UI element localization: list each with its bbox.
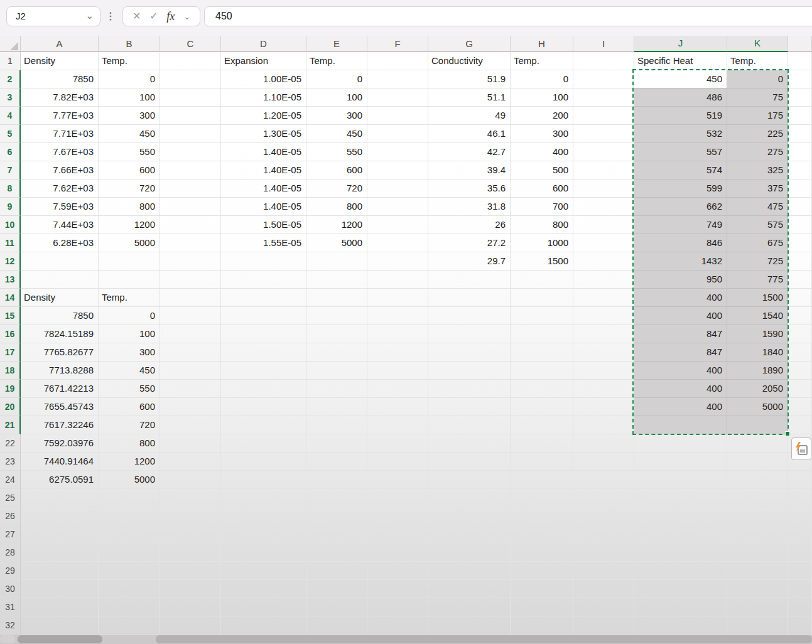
- cell-A6[interactable]: 7.67E+03: [21, 143, 99, 161]
- cell-G5[interactable]: 46.1: [428, 125, 511, 143]
- cell-D26[interactable]: [221, 507, 306, 525]
- cell-B28[interactable]: [99, 544, 160, 562]
- cell-overflow25[interactable]: [788, 489, 812, 507]
- cell-K29[interactable]: [727, 562, 788, 580]
- row-header-30[interactable]: 30: [0, 580, 21, 598]
- cell-B32[interactable]: [99, 616, 160, 635]
- cell-A4[interactable]: 7.77E+03: [21, 107, 99, 125]
- row-header-21[interactable]: 21: [0, 416, 21, 434]
- cell-J12[interactable]: 1432: [634, 252, 727, 271]
- cell-C6[interactable]: [160, 143, 221, 161]
- cell-A27[interactable]: [21, 525, 99, 544]
- cell-D19[interactable]: [221, 380, 306, 398]
- cell-C12[interactable]: [160, 252, 221, 271]
- cell-F31[interactable]: [367, 598, 428, 616]
- cell-D23[interactable]: [221, 453, 306, 471]
- cell-overflow16[interactable]: [788, 325, 812, 343]
- cell-B3[interactable]: 100: [99, 89, 160, 107]
- cell-A2[interactable]: 7850: [21, 70, 99, 89]
- cell-I20[interactable]: [573, 398, 634, 416]
- cell-J32[interactable]: [634, 616, 727, 635]
- cell-A32[interactable]: [21, 616, 99, 635]
- cell-E24[interactable]: [306, 471, 367, 489]
- cell-F28[interactable]: [367, 544, 428, 562]
- cell-G27[interactable]: [428, 525, 511, 544]
- cell-F9[interactable]: [367, 198, 428, 216]
- cell-E8[interactable]: 720: [306, 180, 367, 198]
- cell-H16[interactable]: [511, 325, 573, 343]
- cell-C5[interactable]: [160, 125, 221, 143]
- cell-F15[interactable]: [367, 307, 428, 325]
- cell-I23[interactable]: [573, 453, 634, 471]
- cell-C26[interactable]: [160, 507, 221, 525]
- column-header-I[interactable]: I: [573, 36, 634, 52]
- cell-H17[interactable]: [511, 343, 573, 362]
- cell-K22[interactable]: [727, 434, 788, 453]
- cell-H24[interactable]: [511, 471, 573, 489]
- cell-overflow7[interactable]: [788, 161, 812, 180]
- cell-H8[interactable]: 600: [511, 180, 573, 198]
- cell-K13[interactable]: 775: [727, 271, 788, 289]
- cell-K14[interactable]: 1500: [727, 289, 788, 307]
- cell-A1[interactable]: Density: [21, 52, 99, 70]
- cell-J2[interactable]: 450: [634, 70, 727, 89]
- cell-C13[interactable]: [160, 271, 221, 289]
- row-header-22[interactable]: 22: [0, 434, 21, 453]
- row-header-1[interactable]: 1: [0, 52, 21, 70]
- cell-K25[interactable]: [727, 489, 788, 507]
- cell-E6[interactable]: 550: [306, 143, 367, 161]
- kebab-menu-icon[interactable]: ⋮: [106, 6, 116, 26]
- cell-G10[interactable]: 26: [428, 216, 511, 234]
- cell-overflow17[interactable]: [788, 343, 812, 362]
- row-header-17[interactable]: 17: [0, 343, 21, 362]
- cell-B11[interactable]: 5000: [99, 234, 160, 252]
- cell-K30[interactable]: [727, 580, 788, 598]
- cell-B2[interactable]: 0: [99, 70, 160, 89]
- cell-J20[interactable]: 400: [634, 398, 727, 416]
- cell-G4[interactable]: 49: [428, 107, 511, 125]
- cell-C1[interactable]: [160, 52, 221, 70]
- cell-H29[interactable]: [511, 562, 573, 580]
- column-header-H[interactable]: H: [511, 36, 573, 52]
- cell-A5[interactable]: 7.71E+03: [21, 125, 99, 143]
- cell-I31[interactable]: [573, 598, 634, 616]
- cell-H25[interactable]: [511, 489, 573, 507]
- cell-E3[interactable]: 100: [306, 89, 367, 107]
- cell-B25[interactable]: [99, 489, 160, 507]
- fill-handle[interactable]: [785, 431, 790, 436]
- cell-F6[interactable]: [367, 143, 428, 161]
- cell-A18[interactable]: 7713.8288: [21, 362, 99, 380]
- cell-D6[interactable]: 1.40E-05: [221, 143, 306, 161]
- cell-B27[interactable]: [99, 525, 160, 544]
- cell-A22[interactable]: 7592.03976: [21, 434, 99, 453]
- cell-A9[interactable]: 7.59E+03: [21, 198, 99, 216]
- cell-J4[interactable]: 519: [634, 107, 727, 125]
- cell-A8[interactable]: 7.62E+03: [21, 180, 99, 198]
- cell-J31[interactable]: [634, 598, 727, 616]
- cell-D9[interactable]: 1.40E-05: [221, 198, 306, 216]
- cell-B15[interactable]: 0: [99, 307, 160, 325]
- cell-G6[interactable]: 42.7: [428, 143, 511, 161]
- cell-E9[interactable]: 800: [306, 198, 367, 216]
- cell-F27[interactable]: [367, 525, 428, 544]
- cell-F16[interactable]: [367, 325, 428, 343]
- cell-F25[interactable]: [367, 489, 428, 507]
- cell-B18[interactable]: 450: [99, 362, 160, 380]
- cell-D30[interactable]: [221, 580, 306, 598]
- cell-D13[interactable]: [221, 271, 306, 289]
- cell-H12[interactable]: 1500: [511, 252, 573, 271]
- cell-A17[interactable]: 7765.82677: [21, 343, 99, 362]
- cell-F29[interactable]: [367, 562, 428, 580]
- cell-H31[interactable]: [511, 598, 573, 616]
- cell-G23[interactable]: [428, 453, 511, 471]
- cell-overflow2[interactable]: [788, 70, 812, 89]
- cell-G18[interactable]: [428, 362, 511, 380]
- cell-D28[interactable]: [221, 544, 306, 562]
- cell-F7[interactable]: [367, 161, 428, 180]
- cell-I2[interactable]: [573, 70, 634, 89]
- cell-K3[interactable]: 75: [727, 89, 788, 107]
- cell-G13[interactable]: [428, 271, 511, 289]
- cell-overflow11[interactable]: [788, 234, 812, 252]
- cell-D14[interactable]: [221, 289, 306, 307]
- cell-overflow27[interactable]: [788, 525, 812, 544]
